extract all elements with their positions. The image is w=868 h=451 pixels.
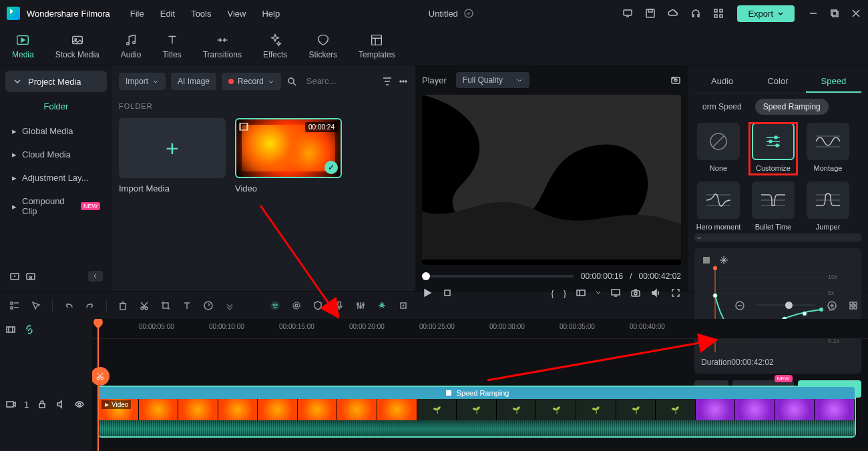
folder-remove-icon[interactable] xyxy=(25,271,36,282)
tab-stock-media[interactable]: Stock Media xyxy=(55,33,99,59)
snapshot-icon[interactable] xyxy=(670,75,681,85)
export-button[interactable]: Export xyxy=(737,5,795,22)
tab-templates[interactable]: Templates xyxy=(359,33,395,59)
speed-ramping-mode[interactable]: Speed Ramping xyxy=(755,99,829,115)
bracket-in-icon[interactable]: { xyxy=(551,288,554,298)
maximize-icon[interactable] xyxy=(829,8,840,19)
menu-edit[interactable]: Edit xyxy=(160,9,175,19)
close-icon[interactable] xyxy=(851,8,861,19)
uniform-speed-mode[interactable]: orm Speed xyxy=(694,99,750,115)
sidebar-item-adjustment[interactable]: ▸Adjustment Lay... xyxy=(5,167,107,188)
menu-view[interactable]: View xyxy=(227,9,246,19)
sidebar-item-cloud[interactable]: ▸Cloud Media xyxy=(5,144,107,165)
timeline-tracks[interactable]: 00:00:05:00 00:00:10:00 00:00:15:00 00:0… xyxy=(92,319,868,451)
mixer-icon[interactable] xyxy=(355,300,366,311)
prop-tab-color[interactable]: Color xyxy=(750,71,805,93)
video-clip[interactable]: Speed Ramping Video xyxy=(97,386,856,438)
folder-label[interactable]: Folder xyxy=(5,95,107,118)
marker-icon[interactable] xyxy=(377,300,387,311)
preset-bullet[interactable]: Bullet Time xyxy=(749,181,797,231)
preview-canvas[interactable] xyxy=(422,95,681,265)
tracks-icon[interactable] xyxy=(9,300,20,311)
crop-icon[interactable] xyxy=(160,300,171,311)
visibility-icon[interactable] xyxy=(74,399,85,410)
more-icon[interactable] xyxy=(398,76,409,87)
undo-icon[interactable] xyxy=(63,300,74,311)
svg-text:5x: 5x xyxy=(828,290,835,296)
headphones-icon[interactable] xyxy=(690,8,701,19)
apps-icon[interactable] xyxy=(713,8,724,19)
video-track-icon[interactable] xyxy=(5,399,16,410)
preset-jumper[interactable]: Jumper xyxy=(804,181,852,231)
zoom-in-icon[interactable] xyxy=(827,300,837,311)
tab-media[interactable]: Media xyxy=(12,33,34,59)
stop-icon[interactable] xyxy=(442,288,453,298)
cloud-icon[interactable] xyxy=(668,8,678,19)
import-media-card[interactable]: + Import Media xyxy=(119,118,226,193)
display-icon[interactable] xyxy=(610,288,621,298)
render-icon[interactable] xyxy=(291,300,302,311)
ai-image-button[interactable]: AI Image xyxy=(171,73,216,90)
zoom-out-icon[interactable] xyxy=(734,300,745,311)
sidebar-item-compound[interactable]: ▸Compound ClipNEW xyxy=(5,191,107,221)
search-input[interactable] xyxy=(302,72,356,90)
prop-tab-speed[interactable]: Speed xyxy=(806,71,861,93)
cut-marker[interactable] xyxy=(92,367,110,386)
speed-icon[interactable] xyxy=(203,300,214,311)
scrub-bar[interactable] xyxy=(422,275,574,278)
play-icon[interactable] xyxy=(422,288,433,298)
minimize-icon[interactable] xyxy=(808,8,819,19)
monitor-icon[interactable] xyxy=(622,8,633,19)
sidebar-item-global[interactable]: ▸Global Media xyxy=(5,121,107,141)
keyframe-icon[interactable] xyxy=(398,300,409,311)
cursor-icon[interactable] xyxy=(31,300,41,311)
grid-icon[interactable] xyxy=(701,255,712,266)
preset-montage[interactable]: Montage xyxy=(804,123,852,175)
video-media-card[interactable]: 00:00:24 ✓ Video xyxy=(235,118,342,193)
save-icon[interactable] xyxy=(645,8,656,19)
ai-icon[interactable] xyxy=(270,300,280,311)
bracket-out-icon[interactable]: } xyxy=(564,288,566,298)
view-options-icon[interactable] xyxy=(848,300,859,311)
cut-icon[interactable] xyxy=(139,300,150,311)
timeline-ruler[interactable]: 00:00:05:00 00:00:10:00 00:00:15:00 00:0… xyxy=(92,319,868,339)
more-tools-icon[interactable] xyxy=(224,300,235,311)
menu-file[interactable]: File xyxy=(130,9,144,19)
project-media-button[interactable]: Project Media xyxy=(5,71,107,92)
import-button[interactable]: Import xyxy=(119,73,166,90)
search-icon[interactable] xyxy=(286,76,297,87)
menu-help[interactable]: Help xyxy=(262,9,280,19)
lock-icon[interactable] xyxy=(37,399,47,410)
tab-transitions[interactable]: Transitions xyxy=(203,33,242,59)
volume-icon[interactable] xyxy=(650,288,661,298)
folder-add-icon[interactable] xyxy=(9,271,20,282)
ratio-icon[interactable] xyxy=(576,288,586,298)
tab-audio[interactable]: Audio xyxy=(121,33,142,59)
camera-icon[interactable] xyxy=(630,288,641,298)
preset-hero[interactable]: Hero moment xyxy=(694,181,742,231)
prop-tab-audio[interactable]: Audio xyxy=(694,71,750,93)
timeline-settings-icon[interactable] xyxy=(5,324,16,335)
expand-presets[interactable] xyxy=(694,234,861,242)
collapse-sidebar[interactable] xyxy=(88,271,103,282)
delete-icon[interactable] xyxy=(118,300,128,311)
snowflake-icon[interactable] xyxy=(718,255,729,266)
text-icon[interactable] xyxy=(182,300,192,311)
record-button[interactable]: Record xyxy=(222,73,281,90)
mic-icon[interactable] xyxy=(334,300,345,311)
filter-icon[interactable] xyxy=(382,76,393,87)
chevron-down-icon[interactable] xyxy=(596,290,601,296)
tab-titles[interactable]: Titles xyxy=(162,33,181,59)
shield-icon[interactable] xyxy=(312,300,323,311)
menu-tools[interactable]: Tools xyxy=(191,9,211,19)
quality-dropdown[interactable]: Full Quality xyxy=(456,72,529,88)
mute-icon[interactable] xyxy=(55,399,66,410)
fullscreen-icon[interactable] xyxy=(670,288,681,298)
link-icon[interactable] xyxy=(24,324,35,335)
preset-customize[interactable]: Customize xyxy=(749,123,797,175)
redo-icon[interactable] xyxy=(85,300,95,311)
tab-stickers[interactable]: Stickers xyxy=(308,33,337,59)
preset-none[interactable]: None xyxy=(694,123,742,175)
zoom-slider[interactable] xyxy=(756,304,816,306)
tab-effects[interactable]: Effects xyxy=(263,33,287,59)
